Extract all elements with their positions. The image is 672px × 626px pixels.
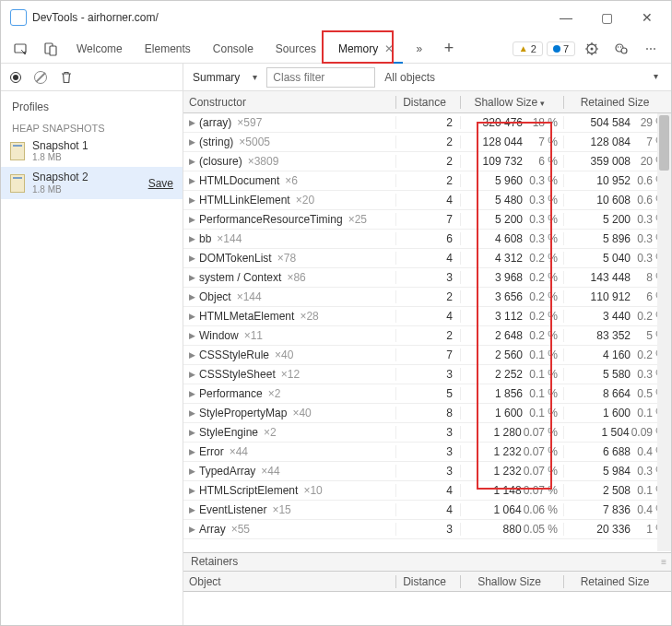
table-row[interactable]: ▶Object×14423 6560.2 %110 9126 % xyxy=(183,288,671,307)
rcol-distance[interactable]: Distance xyxy=(395,575,460,588)
tab-sources[interactable]: Sources xyxy=(266,34,325,64)
expand-icon[interactable]: ▶ xyxy=(189,215,195,224)
col-distance[interactable]: Distance xyxy=(395,96,460,109)
table-row[interactable]: ▶CSSStyleSheet×1232 2520.1 %5 5800.3 % xyxy=(183,365,671,384)
warnings-badge[interactable]: ▲2 xyxy=(513,41,543,56)
col-shallow-size[interactable]: Shallow Size xyxy=(460,96,563,109)
table-row[interactable]: ▶HTMLDocument×625 9600.3 %10 9520.6 % xyxy=(183,171,671,191)
expand-icon[interactable]: ▶ xyxy=(189,447,195,456)
instance-count: ×3809 xyxy=(248,155,279,168)
expand-icon[interactable]: ▶ xyxy=(189,505,195,514)
more-icon[interactable]: ⋯ xyxy=(638,36,664,62)
instance-count: ×10 xyxy=(303,484,322,497)
tab-welcome[interactable]: Welcome xyxy=(67,34,132,64)
class-filter-input[interactable] xyxy=(266,67,375,88)
expand-icon[interactable]: ▶ xyxy=(189,157,195,166)
table-row[interactable]: ▶HTMLLinkElement×2045 4800.3 %10 6080.6 … xyxy=(183,191,671,210)
close-button[interactable]: ✕ xyxy=(627,4,667,31)
expand-icon[interactable]: ▶ xyxy=(189,408,195,418)
scrollbar-thumb[interactable] xyxy=(659,115,669,171)
expand-icon[interactable]: ▶ xyxy=(189,370,195,379)
expand-icon[interactable]: ▶ xyxy=(189,525,195,534)
expand-icon[interactable]: ▶ xyxy=(189,254,195,263)
table-row[interactable]: ▶CSSStyleRule×4072 5600.1 %4 1600.2 % xyxy=(183,346,671,365)
expand-icon[interactable]: ▶ xyxy=(189,467,195,476)
device-icon[interactable] xyxy=(38,36,64,62)
retained-size: 2 508 xyxy=(579,484,631,497)
shallow-pct: 0.07 % xyxy=(522,465,558,478)
svg-point-8 xyxy=(620,46,621,47)
more-tabs-icon[interactable]: » xyxy=(407,36,432,62)
table-row[interactable]: ▶EventListener×1541 0640.06 %7 8360.4 % xyxy=(183,501,671,520)
maximize-button[interactable]: ▢ xyxy=(586,4,627,31)
tab-console[interactable]: Console xyxy=(204,34,263,64)
expand-icon[interactable]: ▶ xyxy=(189,428,195,437)
table-row[interactable]: ▶(array)×5972320 47618 %504 58429 % xyxy=(183,113,671,133)
record-icon[interactable] xyxy=(10,72,21,83)
table-row[interactable]: ▶system / Context×8633 9680.2 %143 4488 … xyxy=(183,268,671,288)
rcol-shallow[interactable]: Shallow Size xyxy=(460,575,563,588)
expand-icon[interactable]: ▶ xyxy=(189,292,195,301)
table-row[interactable]: ▶StylePropertyMap×4081 6000.1 %1 6000.1 … xyxy=(183,404,671,423)
expand-icon[interactable]: ▶ xyxy=(189,312,195,321)
rcol-retained[interactable]: Retained Size xyxy=(563,575,671,588)
table-row[interactable]: ▶bb×14464 6080.3 %5 8960.3 % xyxy=(183,230,671,249)
table-row[interactable]: ▶HTMLMetaElement×2843 1120.2 %3 4400.2 % xyxy=(183,307,671,326)
constructor-name: (array) xyxy=(199,116,231,129)
objects-filter-dropdown[interactable]: All objects xyxy=(375,71,671,84)
expand-icon[interactable]: ▶ xyxy=(189,118,195,127)
col-retained-size[interactable]: Retained Size xyxy=(563,96,671,109)
table-row[interactable]: ▶DOMTokenList×7844 3120.2 %5 0400.3 % xyxy=(183,249,671,268)
expand-icon[interactable]: ▶ xyxy=(189,331,195,340)
table-row[interactable]: ▶PerformanceResourceTiming×2575 2000.3 %… xyxy=(183,210,671,230)
retainers-header[interactable]: Retainers≡ xyxy=(183,553,671,572)
table-row[interactable]: ▶Window×1122 6480.2 %83 3525 % xyxy=(183,326,671,346)
trash-icon[interactable] xyxy=(60,71,73,84)
tab-elements[interactable]: Elements xyxy=(136,34,200,64)
table-row[interactable]: ▶(string)×50052128 0447 %128 0847 % xyxy=(183,133,671,152)
info-icon xyxy=(553,45,560,53)
instance-count: ×25 xyxy=(348,213,367,226)
expand-icon[interactable]: ▶ xyxy=(189,350,195,360)
window-title: DevTools - airhorner.com/ xyxy=(32,11,546,24)
inspect-icon[interactable] xyxy=(8,36,34,62)
rcol-object[interactable]: Object xyxy=(183,575,395,588)
settings-icon[interactable] xyxy=(579,36,605,62)
expand-icon[interactable]: ▶ xyxy=(189,137,195,147)
table-row[interactable]: ▶(closure)×38092109 7326 %359 00820 % xyxy=(183,152,671,171)
col-constructor[interactable]: Constructor xyxy=(183,96,395,109)
messages-badge[interactable]: 7 xyxy=(547,41,575,56)
scrollbar-vertical[interactable] xyxy=(657,113,671,551)
minimize-button[interactable]: — xyxy=(546,4,586,31)
tab-memory[interactable]: Memory ✕ xyxy=(329,34,403,64)
expand-icon[interactable]: ▶ xyxy=(189,195,195,205)
close-tab-icon[interactable]: ✕ xyxy=(384,42,394,55)
messages-count: 7 xyxy=(563,43,569,54)
expand-icon[interactable]: ▶ xyxy=(189,389,195,398)
table-row[interactable]: ▶TypedArray×4431 2320.07 %5 9840.3 % xyxy=(183,462,671,481)
snapshot-2[interactable]: Snapshot 2 1.8 MB Save xyxy=(1,167,183,198)
shallow-pct: 0.07 % xyxy=(522,484,558,497)
expand-icon[interactable]: ▶ xyxy=(189,234,195,243)
table-row[interactable]: ▶Performance×251 8560.1 %8 6640.5 % xyxy=(183,384,671,404)
table-row[interactable]: ▶Error×4431 2320.07 %6 6880.4 % xyxy=(183,443,671,462)
summary-dropdown[interactable]: Summary xyxy=(183,65,266,90)
table-row[interactable]: ▶HTMLScriptElement×1041 1480.07 %2 5080.… xyxy=(183,481,671,501)
table-body[interactable]: ▶(array)×5972320 47618 %504 58429 %▶(str… xyxy=(183,113,671,552)
table-row[interactable]: ▶Array×5538800.05 %20 3361 % xyxy=(183,520,671,539)
clear-icon[interactable] xyxy=(34,71,47,84)
table-row[interactable]: ▶StyleEngine×231 2800.07 %1 5040.09 % xyxy=(183,423,671,443)
expand-icon[interactable]: ▶ xyxy=(189,486,195,495)
instance-count: ×597 xyxy=(237,116,262,129)
shallow-size: 320 476 xyxy=(471,116,523,129)
distance-value: 3 xyxy=(395,368,460,381)
save-link[interactable]: Save xyxy=(148,177,173,190)
instance-count: ×15 xyxy=(272,503,290,516)
expand-icon[interactable]: ▶ xyxy=(189,176,195,185)
feedback-icon[interactable] xyxy=(608,36,634,62)
devtools-icon xyxy=(10,9,27,26)
add-tab-icon[interactable]: + xyxy=(436,36,462,62)
snapshot-1[interactable]: Snapshot 1 1.8 MB xyxy=(1,136,183,167)
expand-icon[interactable]: ▶ xyxy=(189,273,195,282)
all-objects-label: All objects xyxy=(384,71,435,84)
